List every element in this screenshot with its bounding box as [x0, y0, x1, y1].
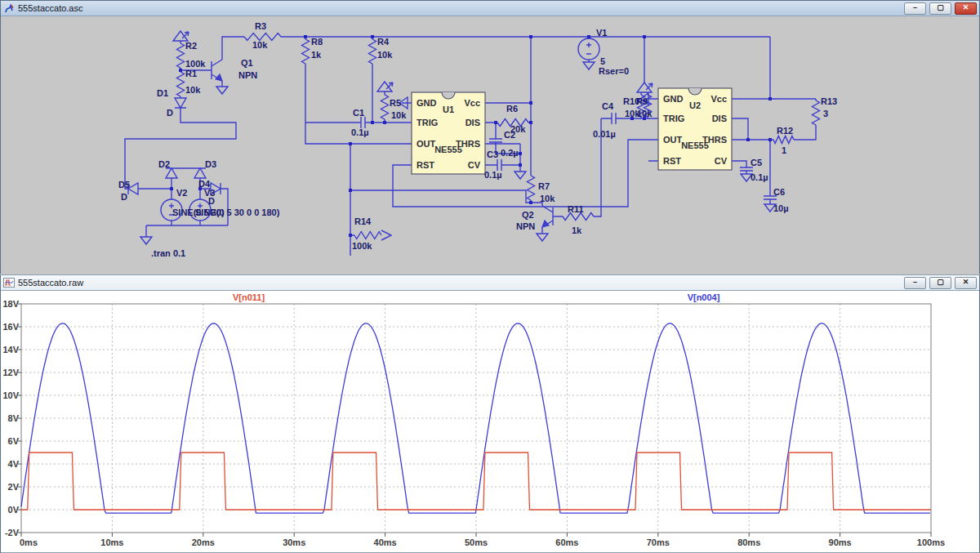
component-npn[interactable]	[212, 60, 222, 81]
chip-u2[interactable]: GNDTRIGOUTRSTVccDISTHRSCVU2NE555	[648, 88, 742, 170]
component-rv[interactable]	[369, 39, 376, 64]
component-rh[interactable]	[773, 136, 794, 144]
schematic-maximize-button[interactable]: ▢	[929, 2, 951, 15]
component-dd[interactable]	[175, 98, 186, 108]
label-r12[interactable]: R12	[777, 126, 793, 136]
trace-label-vn004[interactable]: V[n004]	[688, 292, 720, 302]
label-100k[interactable]: 100k	[352, 241, 372, 251]
label-r8[interactable]: R8	[311, 37, 323, 47]
label-r1[interactable]: R1	[185, 69, 197, 78]
label-v2[interactable]: V2	[176, 188, 187, 198]
label-10k[interactable]: 10k	[637, 109, 653, 118]
label-r2[interactable]: R2	[185, 41, 197, 51]
component-gnd[interactable]	[216, 87, 228, 94]
label-d5[interactable]: D5	[118, 180, 130, 190]
label-r4[interactable]: R4	[377, 37, 390, 47]
label-10k[interactable]: 10k	[185, 85, 201, 95]
label-rser-0[interactable]: Rser=0	[599, 66, 629, 76]
label-r3[interactable]: R3	[255, 21, 266, 31]
label-sine-0-5-30-0-0-180-[interactable]: SINE(0 5 30 0 0 180)	[195, 207, 280, 217]
label-q2[interactable]: Q2	[522, 210, 534, 220]
component-du[interactable]	[166, 168, 177, 178]
label-c1[interactable]: C1	[353, 108, 364, 118]
label-10k[interactable]: 10k	[391, 110, 407, 120]
label-r7[interactable]: R7	[538, 181, 550, 191]
label-v1[interactable]: V1	[596, 28, 607, 38]
label--tran-0-1[interactable]: .tran 0.1	[151, 248, 185, 258]
waveform-maximize-button[interactable]: ▢	[929, 277, 951, 289]
label-d1[interactable]: D1	[157, 88, 168, 98]
label-1[interactable]: 1	[782, 145, 786, 155]
component-npn[interactable]	[542, 206, 553, 227]
label-d[interactable]: D	[121, 192, 127, 202]
component-rv[interactable]	[528, 176, 535, 200]
label-r9[interactable]: R9	[636, 96, 648, 106]
label-r6[interactable]: R6	[506, 104, 518, 114]
chip-u1[interactable]: GNDTRIGOUTRSTVccDISTHRSCVU1NE555	[402, 92, 495, 174]
component-vsrc[interactable]	[578, 38, 599, 60]
component-du[interactable]	[194, 168, 206, 178]
schematic-drawing[interactable]: GNDTRIGOUTRSTVccDISTHRSCVU1NE555GNDTRIGO…	[1, 16, 978, 273]
label-0-1-[interactable]: 0.1µ	[751, 172, 768, 182]
waveform-close-button[interactable]: ✕	[955, 277, 977, 289]
label-r5[interactable]: R5	[390, 98, 401, 108]
label-r13[interactable]: R13	[821, 96, 837, 106]
label-0-01-[interactable]: 0.01µ	[593, 129, 616, 139]
label-q1[interactable]: Q1	[241, 58, 253, 68]
trace-label-vn011[interactable]: V[n011]	[233, 292, 265, 302]
component-caph[interactable]	[497, 159, 501, 171]
component-gnd[interactable]	[583, 62, 595, 69]
label-c2[interactable]: C2	[504, 130, 515, 140]
label-3[interactable]: 3	[823, 109, 828, 118]
label-c3[interactable]: C3	[487, 149, 498, 159]
label-10k[interactable]: 10k	[377, 50, 393, 60]
component-gnd[interactable]	[140, 237, 152, 244]
label-1k[interactable]: 1k	[311, 50, 322, 60]
schematic-minimize-button[interactable]: –	[904, 2, 926, 15]
label-r14[interactable]: R14	[354, 216, 372, 226]
label-10k[interactable]: 10k	[540, 194, 555, 203]
component-caph[interactable]	[361, 117, 365, 128]
label-c4[interactable]: C4	[602, 101, 614, 111]
label-0-1-[interactable]: 0.1µ	[484, 170, 502, 180]
waveform-plot-area[interactable]: 0ms10ms20ms30ms40ms50ms60ms70ms80ms90ms1…	[1, 291, 979, 552]
component-rh[interactable]	[354, 232, 381, 239]
label-d2[interactable]: D2	[158, 159, 170, 169]
label-10-[interactable]: 10µ	[773, 203, 789, 213]
label-r11[interactable]: R11	[568, 204, 584, 214]
label-c6[interactable]: C6	[773, 187, 785, 197]
component-gnd[interactable]	[514, 172, 526, 179]
component-capv[interactable]	[740, 167, 753, 171]
waveform-minimize-button[interactable]: –	[904, 277, 926, 289]
waveform-plot[interactable]: 0ms10ms20ms30ms40ms50ms60ms70ms80ms90ms1…	[1, 291, 978, 549]
label-5[interactable]: 5	[600, 56, 605, 66]
label-npn[interactable]: NPN	[238, 70, 257, 80]
schematic-canvas[interactable]: GNDTRIGOUTRSTVccDISTHRSCVU1NE555GNDTRIGO…	[1, 16, 979, 276]
label-0-1-[interactable]: 0.1µ	[351, 127, 369, 137]
component-flag[interactable]	[377, 82, 393, 91]
component-flag[interactable]	[637, 83, 653, 92]
label-1k[interactable]: 1k	[572, 225, 582, 235]
label-0-2-[interactable]: 0.2µ	[501, 148, 519, 158]
schematic-titlebar[interactable]: 555staccato.asc – ▢ ✕	[1, 1, 979, 16]
label-d[interactable]: D	[167, 108, 173, 118]
label-10k[interactable]: 10k	[252, 40, 268, 50]
label-100k[interactable]: 100k	[185, 59, 206, 69]
component-caph[interactable]	[612, 113, 616, 124]
component-rv[interactable]	[813, 100, 820, 125]
schematic-close-button[interactable]: ✕	[955, 2, 977, 15]
label-v3[interactable]: V3	[204, 188, 215, 198]
component-capv[interactable]	[489, 139, 502, 142]
component-gnd[interactable]	[537, 234, 548, 241]
component-rv[interactable]	[177, 72, 185, 96]
component-rv[interactable]	[177, 43, 185, 68]
label-c5[interactable]: C5	[751, 158, 762, 167]
label-npn[interactable]: NPN	[516, 221, 535, 231]
component-arrow[interactable]	[381, 230, 391, 240]
component-flag[interactable]	[173, 31, 189, 41]
component-rv[interactable]	[302, 39, 310, 64]
label-d3[interactable]: D3	[205, 159, 216, 169]
component-rv[interactable]	[381, 95, 389, 119]
waveform-titlebar[interactable]: 555staccato.raw – ▢ ✕	[1, 275, 979, 291]
trace-labels[interactable]: V[n011]V[n004]	[233, 292, 720, 302]
